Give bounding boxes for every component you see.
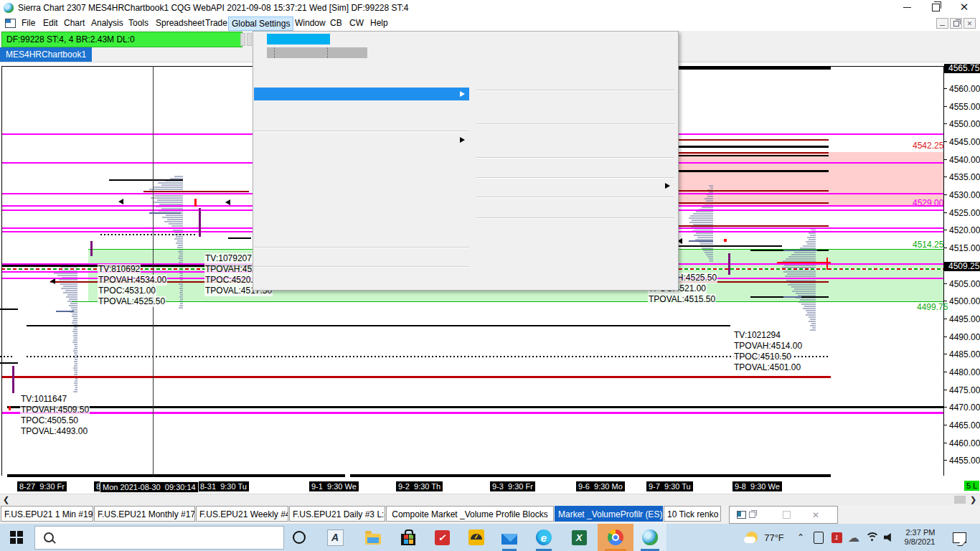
profile-sep7-bar — [691, 226, 713, 227]
menu-cb[interactable]: CB — [327, 17, 345, 29]
menu-spreadsheet[interactable]: Spreadsheet — [153, 17, 207, 29]
profile-sep8-bar — [794, 252, 816, 253]
scroll-thumb[interactable] — [954, 496, 966, 504]
close-button[interactable]: ✕ — [950, 0, 979, 14]
profile-aug27-bar — [72, 331, 77, 332]
profile-sep8-bar — [810, 235, 816, 236]
price-line — [72, 301, 943, 302]
tpo-stat-line: TPOVAH:4509.50 — [20, 405, 90, 415]
menu-window[interactable]: Window — [292, 17, 329, 29]
onedrive-icon[interactable]: ☁ — [847, 524, 861, 551]
mail-envelope-icon — [501, 534, 517, 545]
profile-aug27-bar — [73, 318, 77, 319]
splitter-handle[interactable] — [247, 33, 252, 46]
cortana-button[interactable] — [291, 529, 308, 546]
sierra-chart-button[interactable] — [641, 529, 659, 546]
profile-sep8-bar — [810, 325, 816, 326]
weather-temp[interactable]: 77°F — [762, 524, 786, 551]
price-line — [143, 191, 249, 192]
menu-edit[interactable]: Edit — [40, 17, 61, 29]
wifi-icon[interactable] — [864, 524, 880, 551]
global-settings-menu-popup — [253, 31, 679, 291]
menu-bar: FileEditChartAnalysisToolsSpreadsheetTra… — [0, 16, 980, 32]
volume-icon[interactable] — [882, 524, 896, 551]
action-center-button[interactable] — [948, 524, 970, 551]
profile-aug30-bar — [179, 283, 183, 285]
store-button[interactable] — [400, 529, 417, 546]
gauge-app-button[interactable] — [468, 529, 485, 546]
mini-maximize-icon[interactable] — [783, 511, 791, 519]
mini-close-icon[interactable]: ✕ — [812, 510, 819, 520]
profile-aug30-bar — [180, 266, 183, 268]
profile-aug30-bar — [178, 258, 183, 259]
minimize-button[interactable] — [892, 0, 921, 14]
profile-sep8-bar — [784, 265, 816, 266]
price-mark — [724, 239, 727, 242]
todo-app-button[interactable]: ✓ — [433, 529, 451, 546]
excel-button[interactable]: X — [570, 529, 588, 546]
file-explorer-button[interactable] — [364, 529, 382, 546]
menu-separator — [254, 131, 469, 132]
menu-cw[interactable]: CW — [347, 17, 367, 29]
a-app-button[interactable]: A — [326, 529, 344, 546]
value-area-segment — [56, 311, 74, 312]
taskbar-search-input[interactable] — [34, 526, 284, 550]
profile-sep8-bar — [800, 299, 816, 301]
profile-aug27-bar — [63, 292, 77, 293]
windows-taskbar: A ✓ e X 77°F ⌃ 1 ☁ 2:37 PM 9/8/2021 — [0, 524, 980, 551]
value-area-segment — [149, 212, 181, 214]
menu-help[interactable]: Help — [367, 17, 391, 29]
chart-tab[interactable]: F.US.EPU21 1 Min #19 — [1, 506, 93, 522]
restore-button[interactable] — [921, 0, 950, 14]
menu-tools[interactable]: Tools — [126, 17, 151, 29]
scroll-left-arrow[interactable]: ❮ — [3, 495, 9, 504]
chart-tab[interactable]: Compoite Market _Volume Profile Blocks — [386, 506, 554, 522]
profile-aug30-bar — [176, 236, 183, 237]
profile-sep8-bar — [811, 230, 816, 232]
edge-button[interactable]: e — [535, 529, 552, 546]
menu-global-settings[interactable]: Global Settings — [228, 17, 293, 31]
menu-highlighted-item[interactable] — [254, 88, 469, 100]
weather-icon[interactable] — [743, 524, 760, 551]
profile-aug30-bar — [159, 204, 183, 205]
splitter-handle[interactable] — [240, 33, 245, 46]
price-line — [677, 152, 829, 154]
tablet-mode-icon[interactable] — [811, 524, 826, 551]
chartbook-tab[interactable]: MES4HRChartbook1 — [0, 47, 92, 62]
profile-sep8-bar — [800, 248, 816, 249]
menu-file[interactable]: File — [19, 17, 38, 29]
tpo-stat-line: TPOC:4520.5 — [204, 275, 258, 286]
chart-tab[interactable]: Market _VolumeProfilr (ES) — [555, 506, 663, 522]
time-axis-label: 8-27 9:30 Fr — [17, 481, 67, 491]
profile-sep7-bar — [694, 228, 713, 230]
chart-tab[interactable]: F.US.EPU21 Monthly #17 — [94, 506, 195, 522]
menu-analysis[interactable]: Analysis — [88, 17, 126, 29]
profile-sep8-bar — [807, 237, 816, 238]
mail-button[interactable] — [501, 529, 518, 546]
profile-aug27-bar — [61, 288, 77, 289]
chart-tab[interactable]: F.US.EPU21 Daily #3 L:4 — [289, 506, 385, 522]
floating-mini-window[interactable]: ✕ — [729, 506, 838, 524]
tray-chevron-up-icon[interactable]: ⌃ — [793, 524, 808, 551]
profile-aug30-bar — [153, 187, 183, 188]
child-minimize-button[interactable] — [936, 18, 948, 29]
profile-sep7-bar — [694, 235, 713, 236]
menu-trade[interactable]: Trade — [202, 17, 230, 29]
app-globe-icon — [4, 3, 14, 13]
notification-badge-icon[interactable]: 1 — [829, 524, 844, 551]
scroll-right-arrow[interactable]: ❯ — [970, 495, 976, 504]
clock[interactable]: 2:37 PM 9/8/2021 — [900, 524, 940, 551]
start-button[interactable] — [10, 531, 23, 544]
profile-sep7-bar — [707, 196, 713, 197]
child-close-button[interactable]: ✕ — [963, 18, 976, 29]
profile-aug30-bar — [159, 210, 183, 212]
price-line — [750, 296, 829, 298]
cortana-ring-icon — [293, 531, 306, 544]
profile-sep8-bar — [810, 319, 816, 320]
chart-tab[interactable]: F.US.EPU21 Weekly #4 — [196, 506, 288, 522]
mini-restore-icon[interactable] — [749, 512, 755, 518]
chart-tab[interactable]: 10 Tick renko — [664, 506, 721, 522]
menu-chart[interactable]: Chart — [61, 17, 88, 29]
child-restore-button[interactable] — [950, 18, 962, 29]
chrome-button[interactable] — [607, 529, 624, 546]
